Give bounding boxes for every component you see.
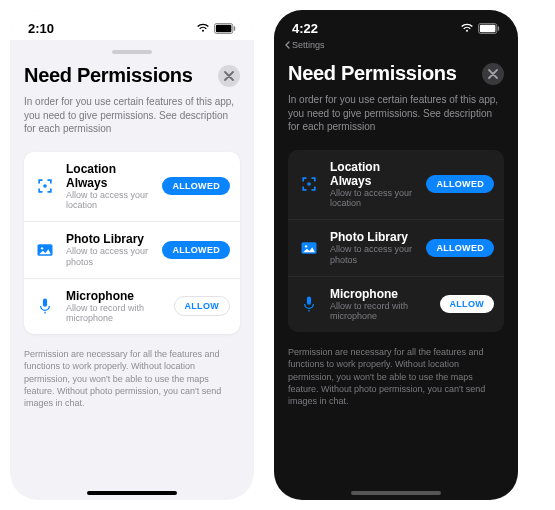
permission-subtitle: Allow to record with microphone (66, 303, 164, 325)
svg-point-12 (305, 245, 307, 247)
status-icons (196, 23, 236, 34)
svg-rect-8 (480, 24, 496, 31)
page-title: Need Permissions (288, 62, 457, 85)
photo-icon (34, 239, 56, 261)
phone-light: 2:10 Need Permissions In order for you u… (10, 10, 254, 500)
svg-point-10 (307, 182, 311, 186)
breadcrumb-label: Settings (292, 40, 325, 50)
status-bar: 4:22 (274, 10, 518, 40)
permission-row: Microphone Allow to record with micropho… (24, 278, 240, 335)
phone-dark: 4:22 Settings Need Permissions In order … (274, 10, 518, 500)
permission-subtitle: Allow to access your location (66, 190, 152, 212)
permissions-card: Location Always Allow to access your loc… (288, 150, 504, 333)
status-time: 2:10 (28, 21, 54, 36)
close-button[interactable] (482, 63, 504, 85)
permission-row: Photo Library Allow to access your photo… (24, 221, 240, 278)
svg-point-5 (41, 247, 43, 249)
close-icon (488, 69, 498, 79)
breadcrumb-back[interactable]: Settings (274, 40, 518, 52)
mic-icon (298, 293, 320, 315)
footnote-text: Permission are necessary for all the fea… (24, 348, 240, 409)
permission-subtitle: Allow to access your location (330, 188, 416, 210)
description-text: In order for you use certain features of… (288, 93, 504, 134)
permission-subtitle: Allow to access your photos (330, 244, 416, 266)
chevron-left-icon (284, 41, 290, 49)
permission-row: Photo Library Allow to access your photo… (288, 219, 504, 276)
footnote-text: Permission are necessary for all the fea… (288, 346, 504, 407)
allow-button[interactable]: ALLOW (440, 295, 495, 313)
permission-title: Photo Library (66, 232, 152, 246)
status-bar: 2:10 (10, 10, 254, 40)
close-button[interactable] (218, 65, 240, 87)
allow-button[interactable]: ALLOW (174, 296, 231, 316)
status-badge-allowed[interactable]: ALLOWED (426, 239, 494, 257)
status-icons (460, 23, 500, 34)
permission-row: Microphone Allow to record with micropho… (288, 276, 504, 333)
svg-rect-9 (498, 26, 499, 31)
permission-row: Location Always Allow to access your loc… (288, 150, 504, 220)
mic-icon (34, 295, 56, 317)
battery-icon (478, 23, 500, 34)
permission-title: Location Always (66, 162, 152, 190)
permission-subtitle: Allow to record with microphone (330, 301, 430, 323)
permission-subtitle: Allow to access your photos (66, 246, 152, 268)
close-icon (224, 71, 234, 81)
home-indicator[interactable] (351, 491, 441, 495)
description-text: In order for you use certain features of… (24, 95, 240, 136)
battery-icon (214, 23, 236, 34)
permission-title: Microphone (66, 289, 164, 303)
home-indicator[interactable] (87, 491, 177, 495)
page-title: Need Permissions (24, 64, 193, 87)
photo-icon (298, 237, 320, 259)
permission-row: Location Always Allow to access your loc… (24, 152, 240, 222)
status-time: 4:22 (292, 21, 318, 36)
status-badge-allowed[interactable]: ALLOWED (426, 175, 494, 193)
status-badge-allowed[interactable]: ALLOWED (162, 177, 230, 195)
status-badge-allowed[interactable]: ALLOWED (162, 241, 230, 259)
svg-rect-2 (234, 26, 235, 31)
permissions-card: Location Always Allow to access your loc… (24, 152, 240, 335)
svg-rect-1 (216, 24, 232, 31)
location-icon (298, 173, 320, 195)
wifi-icon (460, 23, 474, 33)
svg-point-3 (43, 184, 47, 188)
svg-rect-13 (307, 297, 311, 305)
permission-title: Photo Library (330, 230, 416, 244)
permission-title: Location Always (330, 160, 416, 188)
sheet-grabber[interactable] (10, 44, 254, 54)
location-icon (34, 175, 56, 197)
svg-rect-6 (43, 299, 47, 307)
wifi-icon (196, 23, 210, 33)
permission-title: Microphone (330, 287, 430, 301)
